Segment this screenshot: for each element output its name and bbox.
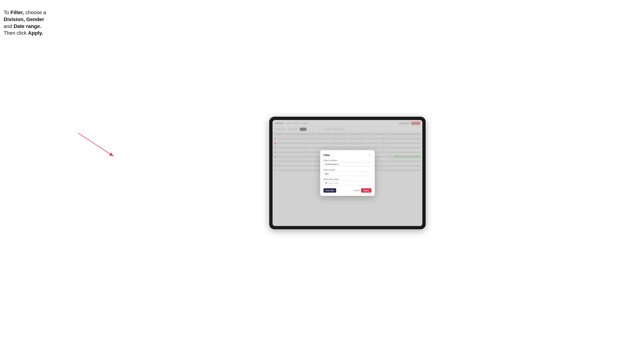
tablet-screen: Filter × Select a division NCAA Division…	[272, 120, 422, 226]
calendar-icon: 📅	[325, 182, 327, 184]
date-label: Select Date range	[324, 178, 372, 180]
division-select-actions: × ⌃	[366, 163, 370, 165]
date-form-group: Select Date range 📅 Pick a date	[324, 178, 372, 185]
division-label: Select a division	[324, 159, 372, 161]
modal-title: Filter	[324, 154, 330, 157]
svg-line-1	[78, 133, 114, 156]
instruction-arrow	[73, 128, 127, 164]
division-select[interactable]: NCAA Division I × ⌃	[324, 162, 372, 167]
filter-modal: Filter × Select a division NCAA Division…	[320, 150, 375, 196]
tablet-device: Filter × Select a division NCAA Division…	[269, 117, 426, 229]
modal-close-button[interactable]: ×	[368, 153, 372, 157]
gender-clear-icon[interactable]: ×	[366, 173, 368, 175]
division-value: NCAA Division I	[325, 163, 366, 165]
filter-keyword: Filter,	[10, 10, 24, 15]
gender-caret-icon: ⌃	[368, 173, 370, 175]
modal-footer: Clear filter Cancel Apply	[324, 188, 372, 193]
apply-keyword: Apply.	[28, 30, 43, 36]
gender-select-actions: × ⌃	[366, 173, 370, 175]
date-input[interactable]: 📅 Pick a date	[324, 181, 372, 185]
division-gender-keyword: Division, Gender	[4, 16, 44, 22]
clear-filter-button[interactable]: Clear filter	[324, 188, 336, 193]
date-placeholder: Pick a date	[328, 182, 338, 184]
page-container: To Filter, choose a Division, Gender and…	[0, 0, 644, 346]
division-form-group: Select a division NCAA Division I × ⌃	[324, 159, 372, 167]
apply-button[interactable]: Apply	[361, 188, 372, 193]
gender-form-group: Select gender Men × ⌃	[324, 169, 372, 176]
modal-overlay: Filter × Select a division NCAA Division…	[272, 120, 422, 226]
date-range-keyword: Date range.	[14, 23, 42, 29]
tablet-wrap: Filter × Select a division NCAA Division…	[54, 117, 640, 229]
division-clear-icon[interactable]: ×	[366, 163, 368, 165]
cancel-button[interactable]: Cancel	[354, 189, 360, 191]
instruction-text: To Filter, choose a Division, Gender and…	[4, 4, 54, 55]
division-caret-icon: ⌃	[368, 163, 370, 165]
gender-value: Men	[325, 173, 366, 175]
gender-label: Select gender	[324, 169, 372, 171]
gender-select[interactable]: Men × ⌃	[324, 172, 372, 176]
modal-header: Filter ×	[324, 153, 372, 157]
footer-right: Cancel Apply	[354, 188, 372, 193]
